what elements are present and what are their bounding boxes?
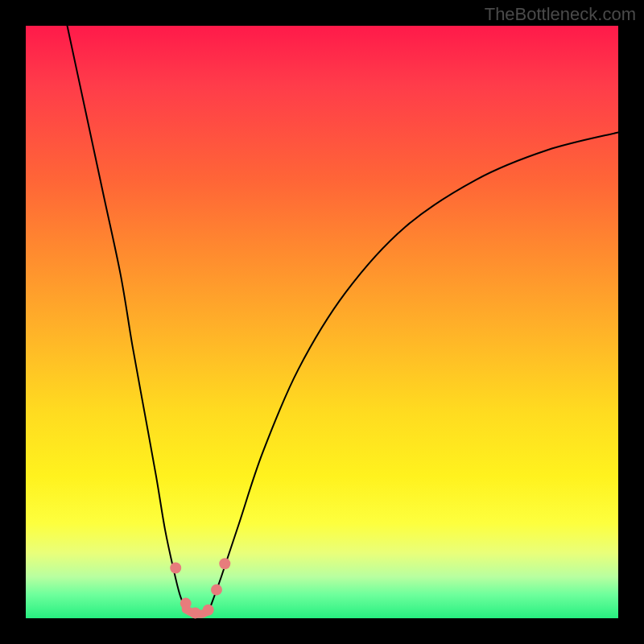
marker-floor_left <box>189 607 200 618</box>
chart-container: TheBottleneck.com <box>0 0 644 644</box>
watermark-text: TheBottleneck.com <box>485 4 636 25</box>
curve-svg <box>26 26 618 618</box>
curve-right-branch <box>209 132 618 609</box>
curve-left-branch <box>68 26 186 609</box>
plot-area <box>26 26 618 618</box>
marker-group <box>170 558 230 618</box>
marker-floor_right <box>203 605 214 616</box>
marker-left_upper <box>170 562 181 573</box>
marker-right_upper <box>219 558 230 569</box>
marker-left_lower <box>180 598 192 609</box>
marker-right_lower <box>211 584 222 596</box>
